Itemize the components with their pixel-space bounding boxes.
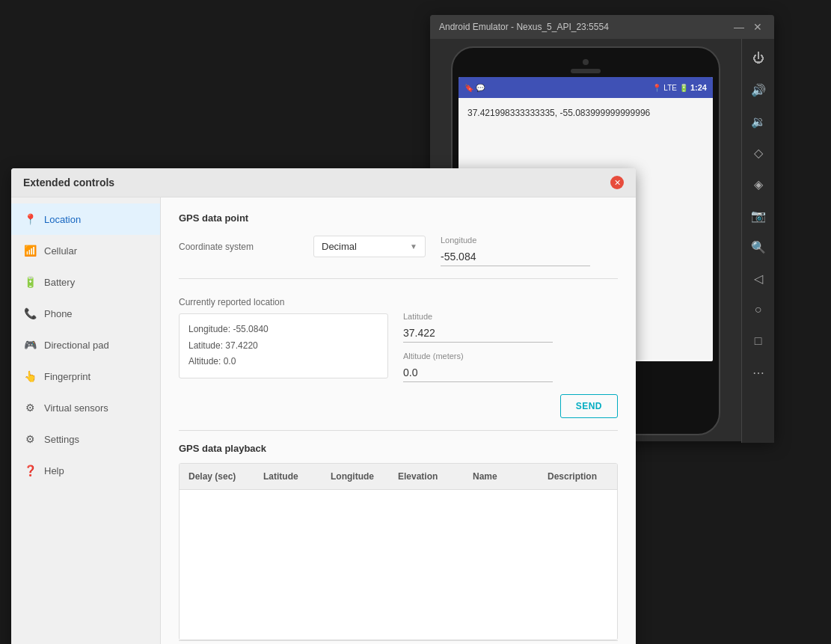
phone-camera — [583, 59, 589, 65]
recents-icon[interactable]: □ — [745, 328, 772, 355]
col-description: Description — [548, 471, 608, 482]
coordinate-system-label: Coordinate system — [179, 236, 298, 252]
sidebar-item-fingerprint[interactable]: 👆 Fingerprint — [11, 361, 160, 392]
extended-controls-body: 📍 Location 📶 Cellular 🔋 Battery 📞 Phone … — [11, 197, 636, 644]
sidebar-item-directional-pad[interactable]: 🎮 Directional pad — [11, 329, 160, 361]
divider-2 — [179, 430, 618, 431]
emulator-right-sidebar: ⏻ 🔊 🔉 ◇ ◈ 📷 🔍 ◁ ○ □ ⋯ — [741, 39, 774, 443]
extended-controls-title: Extended controls — [23, 177, 114, 188]
col-name: Name — [473, 471, 548, 482]
longitude-label: Longitude — [441, 236, 618, 245]
back-icon[interactable]: ◁ — [745, 265, 772, 292]
phone-statusbar: 🔖 💬 📍 LTE 🔋 1:24 — [459, 77, 713, 98]
divider-1 — [179, 278, 618, 279]
col-elevation: Elevation — [398, 471, 473, 482]
screenshot-icon[interactable]: 📷 — [745, 202, 772, 229]
send-button-row: SEND — [179, 394, 618, 418]
location-fields-row: Currently reported location Longitude: -… — [179, 291, 618, 382]
lat-alt-fields: Latitude Altitude (meters) — [403, 312, 618, 382]
playback-footer: ▶ Speed 1X ▼ LOAD GPX/KML — [179, 640, 618, 644]
settings-nav-icon: ⚙ — [23, 432, 37, 446]
help-nav-icon: ❓ — [23, 464, 37, 477]
extended-controls-nav: 📍 Location 📶 Cellular 🔋 Battery 📞 Phone … — [11, 197, 161, 644]
status-right-icons: 📍 LTE 🔋 1:24 — [652, 83, 707, 92]
altitude-label: Altitude (meters) — [403, 352, 618, 361]
send-button[interactable]: SEND — [560, 394, 618, 418]
emulator-title: Android Emulator - Nexus_5_API_23:5554 — [439, 22, 609, 32]
zoom-icon[interactable]: 🔍 — [745, 233, 772, 260]
currently-reported-label: Currently reported location — [179, 291, 298, 307]
emulator-close-btn[interactable]: ✕ — [750, 21, 765, 33]
battery-nav-icon: 🔋 — [23, 275, 37, 289]
reported-location-section: Currently reported location Longitude: -… — [179, 291, 388, 378]
dpad-nav-label: Directional pad — [44, 340, 109, 351]
col-delay: Delay (sec) — [188, 471, 263, 482]
altitude-field-group: Altitude (meters) — [403, 352, 618, 382]
volume-up-icon[interactable]: 🔊 — [745, 76, 772, 103]
vsensors-nav-label: Virtual sensors — [44, 402, 108, 414]
sidebar-item-location[interactable]: 📍 Location — [11, 203, 160, 235]
phone-nav-label: Phone — [44, 308, 73, 319]
sidebar-item-virtual-sensors[interactable]: ⚙ Virtual sensors — [11, 392, 160, 423]
emulator-controls: — ✕ — [731, 21, 765, 33]
longitude-field-group: Longitude — [441, 236, 618, 266]
longitude-input[interactable] — [441, 248, 590, 266]
latitude-field-group: Latitude — [403, 312, 618, 343]
reported-longitude-text: Longitude: -55.0840 — [188, 322, 378, 338]
reported-location-box: Longitude: -55.0840 Latitude: 37.4220 Al… — [179, 313, 388, 378]
rotate-icon[interactable]: ◇ — [745, 139, 772, 166]
lte-icon: LTE — [663, 84, 677, 92]
altitude-input[interactable] — [403, 364, 553, 382]
coordinate-system-row: Coordinate system Decimal ▼ Longitude — [179, 236, 618, 266]
table-header: Delay (sec) Latitude Longitude Elevation… — [180, 464, 617, 490]
app-icon-2: 💬 — [476, 84, 485, 92]
volume-down-icon[interactable]: 🔉 — [745, 108, 772, 135]
cellular-nav-label: Cellular — [44, 245, 77, 257]
fingerprint-nav-icon: 👆 — [23, 369, 37, 383]
extended-controls-titlebar: Extended controls ✕ — [11, 168, 636, 197]
dpad-nav-icon: 🎮 — [23, 338, 37, 352]
battery-icon: 🔋 — [679, 84, 688, 92]
coordinates-text: 37.421998333333335, -55.083999999999996 — [467, 108, 650, 118]
status-left-icons: 🔖 💬 — [464, 84, 485, 92]
col-longitude: Longitude — [331, 471, 398, 482]
power-icon[interactable]: ⏻ — [745, 45, 772, 72]
extended-controls-close-btn[interactable]: ✕ — [610, 176, 624, 189]
close-icon: ✕ — [614, 178, 621, 188]
emulator-titlebar: Android Emulator - Nexus_5_API_23:5554 —… — [430, 15, 774, 39]
phone-speaker — [571, 69, 601, 73]
location-nav-label: Location — [44, 214, 81, 225]
location-nav-icon: 📍 — [23, 212, 37, 226]
home-icon[interactable]: ○ — [745, 296, 772, 323]
right-coordinate-fields: Longitude — [441, 236, 618, 266]
fingerprint-nav-label: Fingerprint — [44, 371, 91, 382]
reported-altitude-text: Altitude: 0.0 — [188, 354, 378, 370]
battery-nav-label: Battery — [44, 277, 75, 288]
gps-data-point-title: GPS data point — [179, 212, 618, 224]
sidebar-item-battery[interactable]: 🔋 Battery — [11, 266, 160, 298]
fold-icon[interactable]: ◈ — [745, 171, 772, 197]
sidebar-item-help[interactable]: ❓ Help — [11, 455, 160, 486]
more-icon[interactable]: ⋯ — [745, 359, 772, 386]
sidebar-item-cellular[interactable]: 📶 Cellular — [11, 235, 160, 266]
gps-playback-table: Delay (sec) Latitude Longitude Elevation… — [179, 463, 618, 640]
cellular-nav-icon: 📶 — [23, 244, 37, 257]
emulator-minimize-btn[interactable]: — — [731, 21, 747, 33]
col-latitude: Latitude — [263, 471, 331, 482]
sidebar-item-settings[interactable]: ⚙ Settings — [11, 423, 160, 455]
status-time: 1:24 — [690, 83, 707, 92]
sidebar-item-phone[interactable]: 📞 Phone — [11, 298, 160, 329]
table-body — [180, 490, 617, 640]
latitude-input[interactable] — [403, 324, 553, 343]
extended-controls-panel: Extended controls ✕ 📍 Location 📶 Cellula… — [11, 168, 636, 644]
phone-nav-icon: 📞 — [23, 307, 37, 320]
gps-playback-title: GPS data playback — [179, 443, 618, 454]
app-icon-1: 🔖 — [464, 84, 473, 92]
coordinate-system-select[interactable]: Decimal ▼ — [313, 236, 426, 257]
vsensors-nav-icon: ⚙ — [23, 401, 37, 414]
help-nav-label: Help — [44, 465, 64, 476]
location-status-icon: 📍 — [652, 84, 661, 92]
coordinate-system-value: Decimal — [322, 241, 357, 252]
latitude-label: Latitude — [403, 312, 618, 321]
extended-controls-main: GPS data point Coordinate system Decimal… — [161, 197, 636, 644]
